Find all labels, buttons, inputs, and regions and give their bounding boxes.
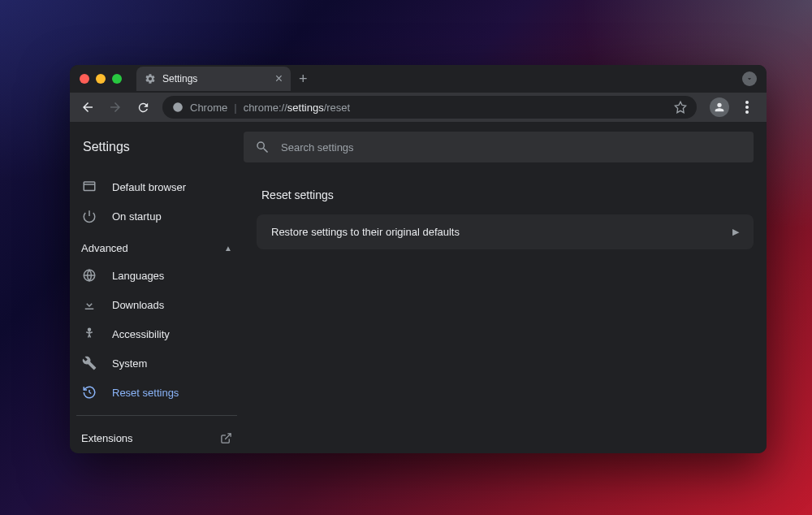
browser-window: Settings × + Chrome | chrome://settings bbox=[70, 65, 767, 453]
maximize-window-button[interactable] bbox=[112, 74, 122, 84]
tab-title: Settings bbox=[162, 73, 269, 84]
external-link-icon bbox=[220, 432, 232, 444]
url-text: chrome://settings/reset bbox=[244, 102, 351, 114]
close-window-button[interactable] bbox=[80, 74, 89, 84]
minimize-window-button[interactable] bbox=[96, 74, 106, 84]
tab-close-button[interactable]: × bbox=[275, 72, 283, 85]
url-scheme-label: Chrome bbox=[190, 102, 227, 114]
sidebar-item-label: Downloads bbox=[112, 299, 164, 311]
new-tab-button[interactable]: + bbox=[299, 71, 308, 88]
accessibility-icon bbox=[81, 326, 97, 342]
bookmark-star-icon[interactable] bbox=[674, 101, 687, 114]
svg-point-3 bbox=[745, 110, 749, 114]
site-info-icon[interactable] bbox=[172, 102, 184, 113]
page-title: Settings bbox=[83, 140, 231, 154]
svg-point-1 bbox=[745, 101, 749, 104]
chevron-up-icon: ▲ bbox=[224, 244, 232, 253]
sidebar-item-system[interactable]: System bbox=[76, 348, 237, 378]
globe-icon bbox=[81, 267, 97, 283]
row-label: Restore settings to their original defau… bbox=[271, 226, 460, 238]
download-icon bbox=[81, 296, 97, 313]
svg-rect-4 bbox=[84, 182, 95, 191]
section-label: Advanced bbox=[81, 242, 128, 254]
url-divider: | bbox=[234, 102, 236, 114]
sidebar-item-languages[interactable]: Languages bbox=[76, 261, 237, 290]
kebab-menu-button[interactable] bbox=[739, 101, 755, 114]
sidebar-item-reset-settings[interactable]: Reset settings bbox=[76, 378, 237, 407]
titlebar: Settings × + bbox=[70, 65, 767, 93]
power-icon bbox=[81, 208, 97, 224]
search-icon bbox=[255, 140, 270, 154]
restore-defaults-row[interactable]: Restore settings to their original defau… bbox=[257, 214, 754, 249]
reload-button[interactable] bbox=[132, 96, 154, 119]
restore-icon bbox=[81, 384, 97, 400]
wrench-icon bbox=[81, 355, 97, 371]
address-bar[interactable]: Chrome | chrome://settings/reset bbox=[162, 96, 697, 119]
sidebar-item-label: Accessibility bbox=[112, 328, 170, 340]
divider bbox=[76, 415, 237, 416]
sidebar-item-default-browser[interactable]: Default browser bbox=[76, 172, 237, 201]
gear-icon bbox=[145, 73, 156, 84]
chevron-right-icon: ▶ bbox=[732, 227, 739, 237]
back-button[interactable] bbox=[76, 96, 99, 119]
section-heading: Reset settings bbox=[257, 179, 754, 214]
sidebar-item-label: On startup bbox=[112, 210, 162, 223]
svg-point-2 bbox=[745, 106, 749, 109]
profile-avatar[interactable] bbox=[710, 97, 729, 117]
toolbar: Chrome | chrome://settings/reset bbox=[70, 93, 767, 122]
sidebar-item-label: System bbox=[112, 357, 147, 370]
browser-icon bbox=[81, 179, 97, 195]
browser-tab[interactable]: Settings × bbox=[136, 67, 291, 91]
sidebar-section-advanced[interactable]: Advanced ▲ bbox=[76, 231, 237, 261]
svg-line-10 bbox=[89, 392, 91, 394]
sidebar-link-extensions[interactable]: Extensions bbox=[76, 424, 237, 452]
window-controls bbox=[70, 74, 132, 84]
settings-search[interactable] bbox=[244, 132, 754, 162]
sidebar: Default browser On startup Advanced ▲ bbox=[70, 172, 244, 453]
svg-line-11 bbox=[225, 434, 231, 439]
sidebar-item-downloads[interactable]: Downloads bbox=[76, 290, 237, 319]
sidebar-item-label: Reset settings bbox=[112, 387, 179, 399]
sidebar-link-about[interactable]: About Chrome bbox=[76, 452, 237, 453]
sidebar-item-label: Default browser bbox=[112, 181, 186, 193]
tab-overflow-button[interactable] bbox=[742, 71, 757, 86]
titlebar-right bbox=[742, 71, 757, 86]
link-label: Extensions bbox=[81, 432, 133, 444]
sidebar-item-accessibility[interactable]: Accessibility bbox=[76, 319, 237, 348]
forward-button[interactable] bbox=[104, 96, 127, 119]
svg-point-0 bbox=[173, 102, 183, 112]
sidebar-item-on-startup[interactable]: On startup bbox=[76, 201, 237, 231]
svg-point-8 bbox=[89, 328, 91, 331]
settings-header: Settings bbox=[70, 122, 767, 172]
search-input[interactable] bbox=[281, 141, 742, 154]
main-content: Reset settings Restore settings to their… bbox=[244, 172, 767, 453]
settings-card: Restore settings to their original defau… bbox=[257, 214, 754, 249]
sidebar-item-label: Languages bbox=[112, 270, 164, 282]
